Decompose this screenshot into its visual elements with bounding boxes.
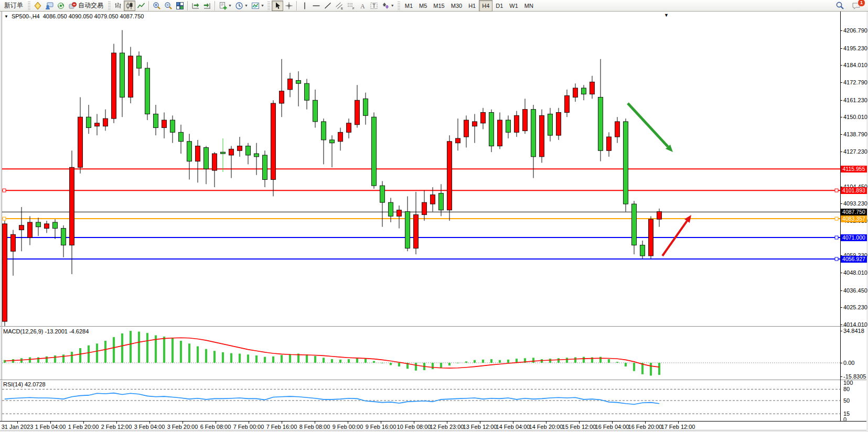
line-handle[interactable]: [835, 257, 838, 261]
equidistant-channel-button[interactable]: E: [334, 1, 345, 11]
period-button[interactable]: ▼: [233, 1, 250, 11]
text-label-icon: T: [370, 2, 378, 10]
trendline-button[interactable]: [322, 1, 334, 11]
line-handle[interactable]: [835, 217, 838, 220]
bar-chart-button[interactable]: [112, 1, 124, 11]
main-chart-canvas[interactable]: [2, 12, 840, 326]
text-label-button[interactable]: T: [368, 1, 380, 11]
symbol-dropdown-arrow[interactable]: ▼: [4, 14, 8, 19]
toolbar-separator: [187, 1, 188, 10]
price-badge[interactable]: 4087.750: [841, 209, 867, 215]
price-badge[interactable]: 4101.893: [841, 187, 867, 194]
price-axis-label: 4048.010: [843, 269, 867, 276]
indicators-button[interactable]: ▼: [250, 1, 266, 11]
candle-body: [204, 147, 209, 169]
macd-axis-tick: [840, 331, 842, 331]
candle-body: [28, 222, 33, 237]
candle-body: [447, 142, 452, 210]
line-handle[interactable]: [835, 236, 838, 239]
timeframe-w1[interactable]: W1: [506, 0, 521, 12]
candle-body: [481, 112, 486, 123]
panel-separator[interactable]: [0, 380, 868, 381]
chart-window: ▼ SP500-,H4 4086.050 4090.050 4079.050 4…: [0, 12, 868, 432]
timeframe-h4[interactable]: H4: [479, 0, 492, 12]
zoom-in-button[interactable]: [151, 1, 163, 11]
main-toolbar: 新订单 自动交易 ▼ ▼ ▼ E F A T ▼: [0, 0, 868, 12]
time-axis-label: 14 Feb 20:00: [529, 424, 563, 430]
timeframe-m1[interactable]: M1: [402, 0, 416, 12]
timeframe-m30[interactable]: M30: [448, 0, 465, 12]
candle-body: [372, 117, 377, 186]
terminal-button[interactable]: [55, 1, 67, 11]
price-badge[interactable]: 4083.357: [841, 215, 867, 222]
time-axis[interactable]: 31 Jan 20231 Feb 04:001 Feb 20:002 Feb 1…: [0, 421, 868, 430]
candle-body: [145, 68, 150, 114]
candle-body: [154, 114, 158, 127]
chart-shift-button[interactable]: [201, 1, 213, 11]
trend-arrow[interactable]: [662, 221, 687, 256]
text-button[interactable]: A: [357, 1, 368, 11]
timeframe-mn[interactable]: MN: [521, 0, 537, 12]
mt4-terminal: 新订单 自动交易 ▼ ▼ ▼ E F A T ▼: [0, 0, 868, 432]
price-badge[interactable]: 4071.000: [841, 234, 867, 241]
trend-arrow[interactable]: [628, 103, 668, 147]
auto-scroll-button[interactable]: [190, 1, 201, 11]
panel-separator[interactable]: [0, 326, 868, 327]
time-axis-label: 9 Feb 00:00: [333, 424, 363, 430]
autotrading-button[interactable]: 自动交易: [67, 1, 106, 11]
candle-body: [431, 195, 435, 204]
candle-body: [271, 103, 276, 179]
arrows-icon: [381, 2, 390, 10]
zoom-out-button[interactable]: [163, 1, 174, 11]
time-axis-label: 13 Feb 12:00: [463, 424, 497, 430]
price-badge[interactable]: 4056.927: [841, 256, 867, 263]
market-watch-button[interactable]: [32, 1, 44, 11]
candlestick-chart-button[interactable]: [124, 1, 135, 11]
macd-signal-line: [5, 338, 659, 368]
price-axis-tick: [840, 203, 842, 204]
svg-text:F: F: [352, 6, 355, 9]
time-axis-label: 1 Feb 20:00: [68, 424, 99, 430]
horizontal-line-button[interactable]: [310, 1, 322, 11]
line-handle[interactable]: [3, 217, 6, 220]
vertical-line-button[interactable]: [299, 1, 310, 11]
price-axis-tick: [840, 30, 842, 31]
tile-windows-button[interactable]: [174, 1, 186, 11]
price-badge[interactable]: 4115.955: [841, 166, 867, 172]
line-chart-button[interactable]: [135, 1, 147, 11]
candle-body: [414, 214, 419, 248]
cursor-button[interactable]: [272, 1, 283, 11]
price-axis-label: 4206.790: [843, 27, 867, 34]
price-axis-label: 4172.790: [843, 79, 867, 85]
trendline-icon: [324, 2, 332, 10]
timeframe-h1[interactable]: H1: [465, 0, 479, 12]
bar-chart-icon: [114, 2, 122, 10]
new-chart-icon: [219, 2, 227, 10]
new-chart-button[interactable]: ▼: [217, 1, 233, 11]
tile-windows-icon: [176, 2, 184, 10]
navigator-button[interactable]: [44, 1, 55, 11]
candle-body: [196, 146, 200, 161]
chart-shift-marker[interactable]: ▼: [664, 13, 669, 18]
timeframe-m15[interactable]: M15: [430, 0, 447, 12]
time-axis-label: 10 Feb 08:00: [397, 424, 431, 430]
toolbar-separator: [215, 1, 216, 10]
dropdown-caret: ▼: [261, 4, 264, 7]
search-button[interactable]: [834, 1, 846, 11]
time-axis-label: 15 Feb 12:00: [562, 424, 596, 430]
horizontal-line-icon: [312, 2, 320, 10]
line-handle[interactable]: [3, 189, 6, 192]
line-handle[interactable]: [835, 189, 838, 192]
rsi-panel-canvas[interactable]: [2, 381, 840, 421]
candle-body: [313, 100, 318, 122]
crosshair-button[interactable]: [283, 1, 295, 11]
macd-indicator-label: MACD(12,26,9) -13.2001 -4.6284: [3, 328, 89, 334]
notifications-button[interactable]: 1: [850, 1, 863, 11]
arrows-button[interactable]: ▼: [380, 1, 396, 11]
candle-body: [456, 138, 460, 143]
timeframe-d1[interactable]: D1: [492, 0, 506, 12]
macd-panel-canvas[interactable]: [2, 327, 840, 380]
new-order-button[interactable]: 新订单: [1, 1, 26, 11]
fibonacci-button[interactable]: F: [345, 1, 357, 11]
timeframe-m5[interactable]: M5: [416, 0, 430, 12]
